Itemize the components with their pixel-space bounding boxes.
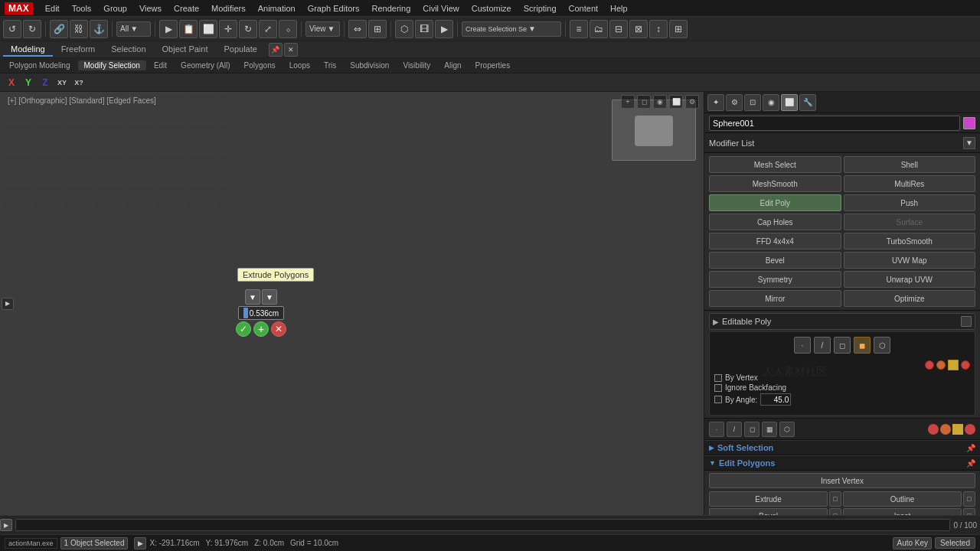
ribbon-tab-modeling[interactable]: Modeling: [3, 43, 53, 57]
vp-settings-icon[interactable]: ⚙: [685, 95, 699, 109]
select-rect-button[interactable]: ⬜: [199, 20, 217, 38]
sub-tab-polygons[interactable]: Polygons: [238, 60, 282, 70]
auto-key-button[interactable]: Auto Key: [893, 537, 932, 549]
extrude-up-arrow[interactable]: ▼: [262, 289, 277, 305]
color-swatch-yellow-square[interactable]: [948, 360, 959, 370]
render-button[interactable]: ▶: [435, 20, 453, 38]
ribbon-tab-selection[interactable]: Selection: [103, 43, 153, 57]
outline-button[interactable]: Outline: [843, 491, 962, 507]
modifier-meshsmooth[interactable]: MeshSmooth: [709, 175, 841, 192]
modifier-list-arrow[interactable]: ▼: [963, 137, 975, 149]
material-editor-button[interactable]: ⬡: [395, 20, 413, 38]
bottom-color-3[interactable]: [952, 424, 963, 435]
display-floater-button[interactable]: ⊟: [609, 20, 628, 38]
ribbon-close-icon[interactable]: ✕: [284, 43, 298, 57]
bottom-color-4[interactable]: [965, 424, 975, 435]
align-button[interactable]: ⊞: [368, 20, 387, 38]
sub-tab-polygon-modeling[interactable]: Polygon Modeling: [3, 60, 77, 70]
sub-tab-geometry-all[interactable]: Geometry (All): [175, 60, 236, 70]
menu-animation[interactable]: Animation: [252, 2, 302, 15]
vertex-icon[interactable]: ·: [709, 422, 724, 437]
extra-btn-3[interactable]: ⊞: [669, 20, 688, 38]
redo-button[interactable]: ↻: [23, 20, 41, 38]
sub-tab-properties[interactable]: Properties: [469, 60, 517, 70]
extrude-value-display[interactable]: 0.536cm: [238, 306, 284, 320]
menu-help[interactable]: Help: [604, 2, 634, 15]
move-button[interactable]: ✛: [219, 20, 237, 38]
reference-coordinate-dropdown[interactable]: View ▼: [305, 21, 340, 37]
command-panel-utilities-icon[interactable]: 🔧: [799, 94, 816, 111]
object-name-input[interactable]: [709, 116, 960, 131]
element-icon[interactable]: ⬡: [779, 422, 795, 437]
mirror-button[interactable]: ⇔: [348, 20, 367, 38]
sub-tab-loops[interactable]: Loops: [283, 60, 316, 70]
bevel-button[interactable]: Bevel: [709, 508, 828, 515]
ribbon-pin-icon[interactable]: 📌: [269, 43, 283, 57]
bottom-color-2[interactable]: [940, 424, 951, 435]
viewport[interactable]: [+] [Orthographic] [Standard] [Edged Fac…: [0, 92, 704, 515]
bevel-settings-button[interactable]: □: [829, 508, 841, 515]
vp-view-icon[interactable]: ⬜: [669, 95, 683, 109]
sub-tab-align[interactable]: Align: [438, 60, 467, 70]
modifier-optimize[interactable]: Optimize: [844, 290, 976, 307]
edge-mode-icon[interactable]: /: [814, 337, 831, 354]
extrude-down-arrow[interactable]: ▼: [245, 289, 260, 305]
angle-value-input[interactable]: [760, 393, 791, 406]
vp-camera-icon[interactable]: ◻: [637, 95, 651, 109]
bottom-color-1[interactable]: [928, 424, 939, 435]
poly-icon[interactable]: ▦: [762, 422, 777, 437]
menu-scripting[interactable]: Scripting: [518, 2, 563, 15]
left-tool-1[interactable]: ▶: [2, 298, 14, 310]
color-swatch-red[interactable]: [925, 360, 934, 370]
undo-button[interactable]: ↺: [3, 20, 21, 38]
extra-btn-1[interactable]: ⊠: [629, 20, 648, 38]
scene-explorer-button[interactable]: 🗂: [590, 20, 608, 38]
ribbon-tab-freeform[interactable]: Freeform: [54, 43, 103, 57]
modifier-bevel[interactable]: Bevel: [709, 252, 841, 269]
menu-content[interactable]: Content: [563, 2, 605, 15]
menu-views[interactable]: Views: [133, 2, 168, 15]
modifier-uvw-map[interactable]: UVW Map: [844, 252, 976, 269]
menu-edit[interactable]: Edit: [39, 2, 66, 15]
axis-y-button[interactable]: Y: [21, 76, 35, 90]
extrude-settings-button[interactable]: □: [829, 491, 841, 507]
ignore-backfacing-checkbox[interactable]: [714, 384, 722, 392]
modifier-ffd-4x4x4[interactable]: FFD 4x4x4: [709, 233, 841, 249]
element-mode-icon[interactable]: ⬡: [874, 337, 890, 354]
status-objects-selected[interactable]: 1 Object Selected: [60, 537, 129, 549]
modifier-mesh-select[interactable]: Mesh Select: [709, 156, 841, 173]
modifier-turbosmooth[interactable]: TurboSmooth: [844, 233, 976, 249]
play-button[interactable]: ▶: [0, 519, 12, 531]
command-panel-create-icon[interactable]: ✦: [707, 94, 724, 111]
command-panel-display-icon[interactable]: ⬜: [781, 94, 798, 111]
inset-button[interactable]: Inset: [843, 508, 962, 515]
ribbon-tab-populate[interactable]: Populate: [216, 43, 264, 57]
layer-manager-button[interactable]: ≡: [570, 20, 588, 38]
sub-tab-modify-selection[interactable]: Modify Selection: [78, 60, 146, 70]
inset-settings-button[interactable]: □: [963, 508, 975, 515]
menu-customize[interactable]: Customize: [466, 2, 518, 15]
rotate-button[interactable]: ↻: [239, 20, 257, 38]
editable-poly-header[interactable]: ▶ Editable Poly: [709, 313, 975, 330]
edit-polygons-header[interactable]: ▼ Edit Polygons 📌: [704, 455, 980, 471]
create-selection-set-dropdown[interactable]: Create Selection Se ▼: [462, 21, 561, 37]
by-angle-checkbox[interactable]: [714, 396, 722, 403]
by-vertex-checkbox[interactable]: [714, 374, 722, 382]
command-panel-motion-icon[interactable]: ◉: [763, 94, 779, 111]
select-by-name-button[interactable]: 📋: [179, 20, 198, 38]
menu-civil-view[interactable]: Civil View: [416, 2, 465, 15]
link-button[interactable]: 🔗: [50, 20, 68, 38]
axis-xy-button[interactable]: XY: [55, 76, 69, 90]
polygon-mode-icon[interactable]: ◼: [854, 337, 871, 354]
menu-create[interactable]: Create: [168, 2, 205, 15]
extrude-cancel-button[interactable]: ✕: [271, 321, 286, 337]
modifier-mirror[interactable]: Mirror: [709, 290, 841, 307]
border-icon[interactable]: ◻: [744, 422, 760, 437]
app-logo[interactable]: MAX: [5, 2, 33, 15]
modifier-symmetry[interactable]: Symmetry: [709, 271, 841, 288]
modifier-push[interactable]: Push: [844, 194, 976, 211]
sub-tab-visibility[interactable]: Visibility: [397, 60, 436, 70]
color-swatch-red2[interactable]: [961, 360, 970, 370]
modifier-shell[interactable]: Shell: [844, 156, 976, 173]
menu-modifiers[interactable]: Modifiers: [205, 2, 252, 15]
